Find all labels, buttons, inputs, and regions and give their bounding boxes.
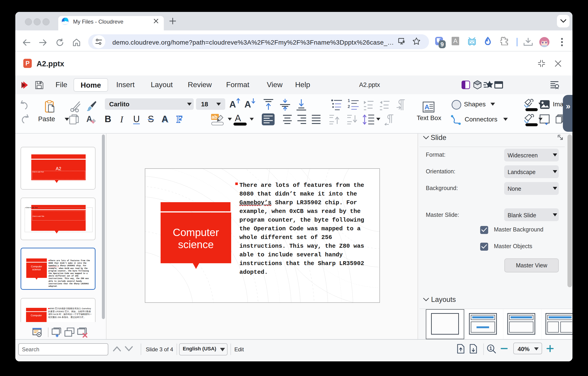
svg-text:ab: ab <box>211 114 218 120</box>
svg-text:1: 1 <box>348 99 350 103</box>
svg-text:9: 9 <box>441 41 444 48</box>
svg-text:2: 2 <box>348 104 350 109</box>
svg-text:A: A <box>86 115 92 124</box>
svg-text:A: A <box>424 103 430 111</box>
svg-text:1: 1 <box>489 345 492 351</box>
